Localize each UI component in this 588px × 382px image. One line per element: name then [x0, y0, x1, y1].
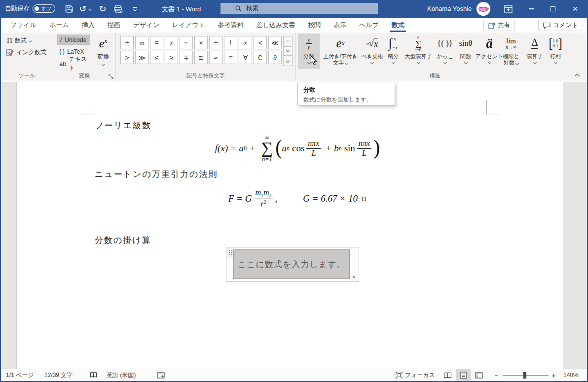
bracket-button[interactable]: {( )} かっこ	[435, 34, 455, 69]
search-input[interactable]: 検索	[220, 3, 378, 14]
ribbon-display-options-button[interactable]	[502, 3, 514, 14]
equation-placeholder-text[interactable]: ここに数式を入力します。	[233, 249, 350, 279]
tab-help[interactable]: ヘルプ	[353, 18, 385, 33]
web-layout-button[interactable]	[472, 369, 486, 381]
operator-button[interactable]: Δ 演算子	[523, 34, 546, 69]
symbol-minusplus[interactable]: ∓	[180, 51, 193, 64]
function-button[interactable]: sinθ 関数	[456, 34, 476, 69]
macro-record-button[interactable]	[157, 369, 165, 381]
collapse-ribbon-button[interactable]	[574, 73, 580, 77]
script-button[interactable]: ex 上付き/下付き 文字	[321, 34, 360, 69]
customize-quick-access-button[interactable]	[131, 3, 138, 14]
save-button[interactable]	[63, 3, 75, 14]
symbol-divide[interactable]: ÷	[209, 36, 222, 49]
symbol-greaterthan[interactable]: >	[120, 51, 134, 64]
chevron-down-icon	[133, 8, 136, 11]
tab-references[interactable]: 参考資料	[212, 18, 250, 33]
close-button[interactable]: ×	[565, 0, 585, 18]
symbol-equals[interactable]: =	[150, 36, 163, 49]
read-mode-button[interactable]	[440, 369, 455, 381]
tab-home[interactable]: ホーム	[43, 18, 75, 33]
heading-fraction-multiply[interactable]: 分数の掛け算	[95, 235, 151, 246]
tab-mailings[interactable]: 差し込み文書	[250, 18, 302, 33]
document-canvas[interactable]: フーリエ級数 f(x) = a0 + ∞ ∑ n=1 ( an cos nπxL…	[1, 82, 587, 369]
equation-dropdown-button[interactable]: ▼	[350, 274, 358, 281]
page-count[interactable]: 1/1 ページ	[6, 369, 34, 381]
symbol-infinity[interactable]: ∞	[135, 36, 148, 49]
undo-dropdown[interactable]	[87, 3, 93, 14]
symbol-notequal[interactable]: ≠	[165, 36, 178, 49]
symbol-approx[interactable]: ≈	[209, 51, 222, 64]
comment-button[interactable]: コメント	[538, 20, 583, 31]
maximize-button[interactable]	[544, 0, 562, 18]
large-operator-icon: n∑i=0	[415, 34, 421, 53]
zoom-out-button[interactable]: −	[494, 369, 499, 381]
zoom-in-button[interactable]: +	[551, 369, 556, 381]
equation-fourier[interactable]: f(x) = a0 + ∞ ∑ n=1 ( an cos nπxL + bn s…	[95, 132, 500, 165]
symbol-forall[interactable]: ∀	[239, 51, 252, 64]
autosave-pill[interactable]: オフ	[33, 4, 55, 13]
tab-equation[interactable]: 数式	[385, 18, 411, 33]
symbol-lessequal[interactable]: ≤	[150, 51, 163, 64]
user-name[interactable]: Kohama Yoshie	[427, 5, 472, 12]
equation-newton[interactable]: F = G m1m2 r2 , G = 6.67 × 10−11	[95, 186, 500, 211]
heading-newton[interactable]: ニュートンの万里引力の法則	[95, 169, 218, 180]
symbol-lessthan[interactable]: <	[254, 36, 267, 49]
large-operator-button[interactable]: n∑i=0 大型演算子	[403, 34, 434, 69]
convert-button[interactable]: ex 変換	[92, 34, 114, 71]
dropdown-arrow-icon: ▼	[352, 276, 356, 279]
equation-drag-handle-icon[interactable]	[227, 248, 233, 258]
symbol-muchless[interactable]: ≪	[268, 36, 282, 49]
symbol-identical[interactable]: ≡	[224, 51, 237, 64]
accent-button[interactable]: ä アクセント	[476, 34, 503, 69]
matrix-button[interactable]: [1 00 1] 行列	[547, 34, 564, 69]
symbol-times[interactable]: ×	[194, 36, 208, 49]
save-icon	[65, 5, 73, 13]
symbols-scroll-up-button[interactable]	[283, 36, 293, 45]
symbol-tilde[interactable]: ~	[180, 36, 193, 49]
symbol-congruent[interactable]: ≅	[194, 51, 208, 64]
symbols-more-button[interactable]	[283, 57, 293, 66]
heading-fourier[interactable]: フーリエ級数	[95, 120, 151, 131]
word-count[interactable]: 12/39 文字	[44, 369, 73, 381]
zoom-slider-thumb[interactable]	[523, 372, 526, 379]
tab-file[interactable]: ファイル	[4, 18, 43, 33]
tab-review[interactable]: 校閲	[301, 18, 327, 33]
symbols-scroll-down-button[interactable]	[283, 46, 293, 56]
accent-icon: ä	[486, 34, 493, 53]
print-layout-button[interactable]	[456, 369, 471, 381]
avatar[interactable]	[477, 2, 490, 16]
fraction: m1m2 r2	[254, 188, 273, 208]
focus-mode-button[interactable]: フォーカス	[396, 369, 435, 381]
tab-layout[interactable]: レイアウト	[166, 18, 212, 33]
quick-print-button[interactable]	[112, 3, 124, 14]
proofing-status-button[interactable]	[90, 369, 97, 381]
text-toggle[interactable]: ab テキスト	[57, 58, 90, 69]
maximize-icon	[551, 6, 555, 11]
tab-view[interactable]: 表示	[327, 18, 353, 33]
integral-button[interactable]: ∫x−x 積分	[384, 34, 402, 69]
equation-placeholder-box[interactable]: ここに数式を入力します。 ▼	[226, 247, 359, 282]
symbol-complement[interactable]: ∁	[254, 51, 267, 64]
ink-equation-button[interactable]: インク数式	[6, 48, 46, 57]
autosave-toggle[interactable]: 自動保存 オフ	[5, 4, 55, 13]
symbol-proportional[interactable]: ∝	[239, 36, 252, 49]
equation-button[interactable]: Π 数式	[7, 36, 32, 45]
zoom-percentage[interactable]: 140%	[563, 369, 579, 381]
symbol-greaterequal[interactable]: ≥	[165, 51, 178, 64]
radical-button[interactable]: n√x べき乗根	[361, 34, 384, 69]
symbol-partial[interactable]: ∂	[268, 51, 282, 64]
symbol-factorial[interactable]: !	[224, 36, 237, 49]
redo-button[interactable]: ↻	[97, 3, 109, 14]
vertical-scrollbar[interactable]	[563, 82, 587, 369]
symbol-plusminus[interactable]: ±	[120, 36, 134, 49]
unicode-toggle[interactable]: / Unicode	[57, 35, 90, 45]
minimize-button[interactable]	[522, 0, 541, 18]
language-status[interactable]: 英語 (米国)	[107, 369, 136, 381]
tab-insert[interactable]: 挿入	[75, 18, 101, 33]
tab-draw[interactable]: 描画	[101, 18, 127, 33]
symbol-muchgreater[interactable]: ≫	[135, 51, 148, 64]
tab-design[interactable]: デザイン	[127, 18, 166, 33]
limit-button[interactable]: limn→∞ 極限と 対数	[499, 34, 523, 69]
share-button[interactable]: 共有	[483, 20, 515, 31]
